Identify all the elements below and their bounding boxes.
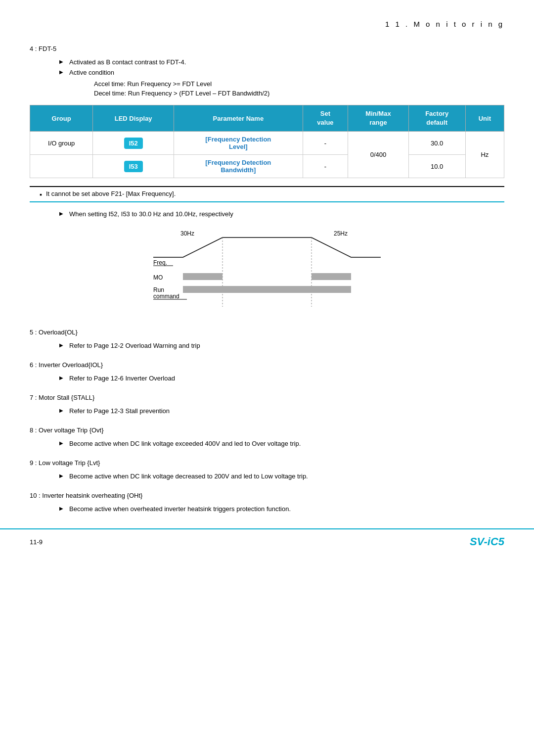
bullet-item: Activated as B contact contrast to FDT-4… (59, 58, 504, 66)
section9-label: 9 : Low voltage Trip {Lvt} (30, 459, 504, 467)
th-led: LED Display (93, 105, 174, 132)
diagram-bullet: When setting I52, I53 to 30.0 Hz and 10.… (59, 210, 504, 218)
page-title: 1 1 . M o n i t o r i n g (30, 20, 504, 30)
svg-text:MO: MO (153, 274, 163, 281)
th-factory: Factorydefault (408, 105, 465, 132)
bullet-item: Become active when DC link voltage excee… (59, 440, 504, 447)
frequency-diagram: 30Hz 25Hz Freq. MO Run command (143, 228, 391, 317)
cell-unit: Hz (465, 132, 504, 178)
svg-text:Run: Run (153, 286, 164, 293)
cell-minmax: 0/400 (348, 132, 408, 178)
svg-text:command: command (153, 293, 179, 300)
svg-text:25Hz: 25Hz (334, 230, 348, 237)
subtext1: Accel time: Run Frequency >= FDT Level (30, 80, 504, 88)
section4-label: 4 : FDT-5 (30, 45, 504, 52)
th-param: Parameter Name (174, 105, 303, 132)
bullet-item: Refer to Page 12-3 Stall prevention (59, 407, 504, 415)
bullet-item: Become active when overheated inverter h… (59, 505, 504, 513)
section10-label: 10 : Inverter heatsink overheating {OHt} (30, 492, 504, 499)
cell-param: [Frequency Detection Bandwidth] (174, 155, 303, 178)
subtext2: Decel time: Run Frequency > (FDT Level –… (30, 90, 504, 97)
cell-set: - (303, 132, 348, 155)
cell-factory: 30.0 (408, 132, 465, 155)
cell-led: I52 (93, 132, 174, 155)
bullet-item: Refer to Page 12-2 Overload Warning and … (59, 342, 504, 349)
table-row: I/O group I52 [Frequency Detection Level… (30, 132, 504, 155)
svg-rect-12 (183, 286, 351, 293)
note-section: It cannot be set above F21- [Max Frequen… (30, 186, 504, 202)
cell-led: I53 (93, 155, 174, 178)
th-minmax: Min/Maxrange (348, 105, 408, 132)
parameter-table: Group LED Display Parameter Name Setvalu… (30, 105, 504, 178)
svg-text:Freq.: Freq. (153, 259, 167, 266)
section6-label: 6 : Inverter Overload{IOL} (30, 361, 504, 369)
svg-rect-7 (183, 273, 222, 280)
svg-rect-8 (312, 273, 351, 280)
th-group: Group (30, 105, 93, 132)
section7-label: 7 : Motor Stall {STALL} (30, 394, 504, 401)
cell-factory: 10.0 (408, 155, 465, 178)
svg-text:30Hz: 30Hz (180, 230, 194, 237)
page-number: 11-9 (30, 538, 43, 546)
note-text: It cannot be set above F21- [Max Frequen… (40, 190, 504, 198)
section8-label: 8 : Over voltage Trip {Ovt} (30, 426, 504, 434)
section5-label: 5 : Overload{OL} (30, 329, 504, 336)
cell-set: - (303, 155, 348, 178)
th-unit: Unit (465, 105, 504, 132)
cell-group: I/O group (30, 132, 93, 155)
bullet-item: Become active when DC link voltage decre… (59, 472, 504, 480)
th-set: Setvalue (303, 105, 348, 132)
bullet-item: Refer to Page 12-6 Inverter Overload (59, 375, 504, 382)
page-footer: 11-9 SV-iC5 (0, 528, 534, 554)
cell-group (30, 155, 93, 178)
table-row: I53 [Frequency Detection Bandwidth] - 10… (30, 155, 504, 178)
brand-name: SV-iC5 (470, 535, 504, 548)
bullet-item: Active condition (59, 69, 504, 76)
cell-param: [Frequency Detection Level] (174, 132, 303, 155)
